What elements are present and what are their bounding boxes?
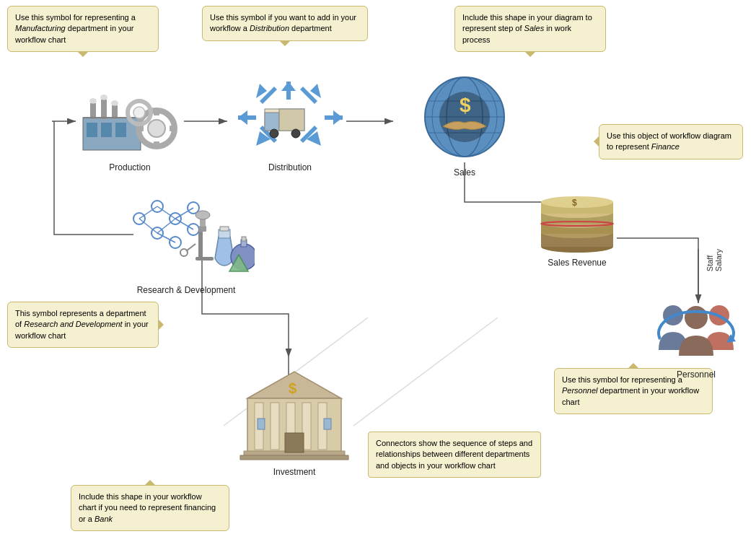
italic-sales: Sales xyxy=(524,24,545,32)
svg-text:$: $ xyxy=(460,94,471,116)
connectors-text: Connectors show the sequence of steps an… xyxy=(376,439,532,470)
italic-finance: Finance xyxy=(651,142,680,151)
svg-line-88 xyxy=(186,244,195,251)
italic-distribution: Distribution xyxy=(250,24,289,32)
distribution-icon xyxy=(234,78,346,157)
svg-rect-85 xyxy=(199,226,206,232)
production-icon xyxy=(76,78,184,157)
node-production: Production xyxy=(72,78,188,172)
svg-rect-14 xyxy=(112,105,118,119)
node-research: Research & Development xyxy=(114,193,258,295)
tooltip-research: This symbol represents a department of R… xyxy=(7,302,159,348)
italic-research: Research and Development xyxy=(24,320,122,328)
svg-marker-38 xyxy=(238,110,247,125)
sales-revenue-label: Sales Revenue xyxy=(527,258,628,268)
svg-text:$: $ xyxy=(572,198,577,208)
tooltip-distribution: Use this symbol if you want to add in yo… xyxy=(202,6,368,41)
svg-point-67 xyxy=(685,306,708,329)
sales-revenue-icon: $ xyxy=(530,195,624,253)
svg-rect-104 xyxy=(240,455,348,460)
svg-rect-94 xyxy=(242,237,246,241)
svg-point-45 xyxy=(291,129,300,138)
svg-point-89 xyxy=(180,249,188,256)
svg-point-62 xyxy=(541,196,613,208)
italic-personnel: Personnel xyxy=(562,386,598,395)
tooltip-connectors: Connectors show the sequence of steps an… xyxy=(368,432,541,478)
svg-rect-105 xyxy=(285,433,304,452)
svg-line-6 xyxy=(353,318,498,426)
svg-rect-13 xyxy=(101,100,107,119)
tooltip-manufacturing: Use this symbol for representing a Manuf… xyxy=(7,6,159,52)
svg-rect-21 xyxy=(154,108,159,115)
svg-rect-11 xyxy=(115,123,126,137)
node-investment: $ Investment xyxy=(229,368,359,477)
svg-marker-40 xyxy=(333,110,343,125)
svg-line-79 xyxy=(157,219,175,233)
svg-rect-23 xyxy=(136,126,144,131)
tooltip-bank: Include this shape in your workflow char… xyxy=(71,485,229,531)
svg-rect-83 xyxy=(198,229,203,258)
tooltip-finance: Use this object of workflow diagram to r… xyxy=(599,124,743,159)
svg-rect-106 xyxy=(258,419,265,429)
svg-point-16 xyxy=(100,95,107,100)
personnel-label: Personnel xyxy=(649,369,743,380)
distribution-label: Distribution xyxy=(232,162,348,172)
svg-rect-9 xyxy=(87,123,97,137)
svg-rect-22 xyxy=(154,141,159,149)
sales-label: Sales xyxy=(400,167,529,178)
svg-line-78 xyxy=(157,206,175,219)
svg-rect-43 xyxy=(279,109,304,131)
tooltip-sales: Include this shape in your diagram to re… xyxy=(454,6,606,52)
production-label: Production xyxy=(72,162,188,172)
personnel-icon xyxy=(653,299,739,364)
svg-marker-28 xyxy=(281,82,296,91)
investment-icon: $ xyxy=(233,368,356,462)
italic-manufacturing: Manufacturing xyxy=(15,24,66,32)
svg-point-17 xyxy=(111,100,118,106)
node-sales-revenue: $ Sales Revenue xyxy=(527,195,628,268)
svg-line-77 xyxy=(139,219,157,233)
svg-point-44 xyxy=(270,129,278,138)
svg-rect-24 xyxy=(170,126,177,131)
svg-point-15 xyxy=(89,98,97,104)
node-sales: $ Sales xyxy=(400,72,529,178)
research-icon xyxy=(118,193,255,280)
svg-line-76 xyxy=(139,206,157,219)
svg-rect-99 xyxy=(271,403,279,450)
svg-rect-12 xyxy=(90,103,96,119)
svg-point-20 xyxy=(148,120,165,137)
node-distribution: Distribution xyxy=(232,78,348,172)
svg-rect-10 xyxy=(101,123,112,137)
svg-rect-84 xyxy=(195,257,214,261)
svg-rect-42 xyxy=(265,113,279,131)
svg-rect-91 xyxy=(220,227,229,231)
svg-rect-107 xyxy=(324,419,331,429)
svg-point-26 xyxy=(133,107,145,118)
node-personnel: Personnel xyxy=(649,299,743,380)
sales-icon: $ xyxy=(403,72,526,162)
svg-point-87 xyxy=(195,211,210,219)
italic-bank: Bank xyxy=(94,515,113,523)
investment-label: Investment xyxy=(229,467,359,477)
research-label: Research & Development xyxy=(114,285,258,295)
svg-text:$: $ xyxy=(289,380,296,396)
